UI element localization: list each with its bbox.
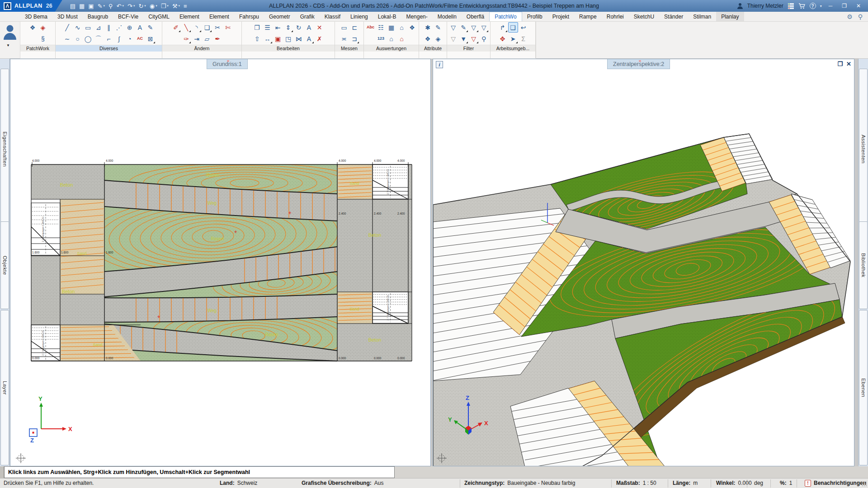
menu-item-oberfl-[interactable]: Oberflä: [462, 12, 489, 21]
palette-tab-objekte[interactable]: Objekte: [0, 221, 9, 309]
ribbon-tool-icon[interactable]: ☰: [263, 22, 273, 33]
ribbon-tool-icon[interactable]: ✥: [498, 33, 508, 44]
ribbon-tool-icon[interactable]: ◈: [433, 33, 443, 44]
ribbon-tool-icon[interactable]: ∫: [114, 33, 124, 44]
notifications-label[interactable]: Benachrichtigungen: [814, 480, 866, 486]
ribbon-tool-icon[interactable]: ▱: [202, 33, 212, 44]
ribbon-tool-icon[interactable]: ↱: [498, 22, 508, 33]
menu-item-element[interactable]: Element: [204, 12, 234, 21]
ribbon-tool-icon[interactable]: ✎: [433, 22, 443, 33]
menu-item-lokal-b[interactable]: Lokal-B: [373, 12, 401, 21]
status-segment[interactable]: Maßstab:1 : 50: [616, 480, 656, 486]
ribbon-tool-icon[interactable]: ○: [73, 33, 83, 44]
viewport-plan[interactable]: 2.7 Steigungen 0.16/0.312.7 Steigungen 0…: [10, 59, 431, 466]
menu-item-projekt[interactable]: Projekt: [547, 12, 574, 21]
menu-item-bcf-vie[interactable]: BCF-Vie: [113, 12, 143, 21]
ribbon-tool-icon[interactable]: ✎: [146, 22, 156, 33]
viewport-perspective[interactable]: ZYX i Zentralperspektive:2 ❐ ✕: [433, 59, 854, 466]
ribbon-tool-icon[interactable]: ⇤: [273, 22, 283, 33]
ribbon-tool-icon[interactable]: ◝: [192, 22, 202, 33]
ribbon-tool-icon[interactable]: ▦: [387, 22, 396, 33]
ribbon-tool-icon[interactable]: ▽: [479, 22, 489, 33]
tools-icon[interactable]: ⚒▾: [171, 2, 181, 10]
ribbon-tool-icon[interactable]: ◔: [125, 33, 135, 44]
ribbon-tool-icon[interactable]: ◳: [283, 33, 293, 44]
viewport-maximize-icon[interactable]: ❐: [837, 61, 843, 67]
menu-item-klassif[interactable]: Klassif: [320, 12, 345, 21]
ribbon-group-label[interactable]: PatchWork: [20, 45, 55, 52]
ribbon-tool-icon[interactable]: ⊐: [349, 33, 359, 44]
ribbon-tool-icon[interactable]: ⊠: [146, 33, 156, 44]
status-segment[interactable]: Länge:m: [673, 480, 698, 486]
ribbon-group-label[interactable]: Filter: [447, 45, 490, 52]
ribbon-group-label[interactable]: Attribute: [419, 45, 447, 52]
ribbon-tool-icon[interactable]: ↔: [263, 33, 273, 44]
ribbon-tool-icon[interactable]: ◈: [38, 22, 48, 33]
ribbon-tool-icon[interactable]: ⚲: [479, 33, 489, 44]
status-segment[interactable]: Winkel:0.000: [716, 480, 752, 486]
viewport-close-icon[interactable]: ✕: [846, 61, 851, 67]
notification-icon[interactable]: !: [805, 480, 811, 487]
menu-item-sketchu[interactable]: SketchU: [629, 12, 659, 21]
ribbon-tool-icon[interactable]: ✎: [459, 22, 469, 33]
dialog-line-prompt[interactable]: Klick links zum Auswählen, Strg+Klick zu…: [4, 466, 395, 478]
ribbon-tool-icon[interactable]: ▽: [469, 22, 479, 33]
palette-tab-layer[interactable]: Layer: [0, 310, 9, 465]
menu-search-icon[interactable]: ⚲: [858, 13, 863, 20]
plan-drawing-2d[interactable]: 2.7 Steigungen 0.16/0.312.7 Steigungen 0…: [10, 59, 430, 466]
ribbon-tool-icon[interactable]: ▣: [273, 33, 283, 44]
menu-item-rohrlei[interactable]: Rohrlei: [602, 12, 629, 21]
menu-item-patchwo[interactable]: PatchWo: [489, 12, 522, 21]
window-icon[interactable]: ❐▾: [160, 2, 170, 10]
menu-item-mengen-[interactable]: Mengen-: [401, 12, 432, 21]
ribbon-tool-icon[interactable]: ✕: [315, 22, 325, 33]
dialog-line-gutter[interactable]: [0, 466, 4, 478]
menu-item-fahrspu[interactable]: Fahrspu: [234, 12, 264, 21]
status-segment[interactable]: deg: [754, 480, 763, 486]
ribbon-group-label[interactable]: Auswertungen: [364, 45, 419, 52]
ribbon-tool-icon[interactable]: ❖: [28, 22, 38, 33]
ribbon-tool-icon[interactable]: ☷: [376, 22, 386, 33]
ribbon-tool-icon[interactable]: §: [38, 33, 48, 44]
ribbon-tool-icon[interactable]: A: [304, 33, 314, 44]
ribbon-tool-icon[interactable]: ▽: [448, 22, 458, 33]
ribbon-tool-icon[interactable]: ✗: [315, 33, 325, 44]
ribbon-tool-icon[interactable]: ❖: [407, 22, 417, 33]
allplan-badge[interactable]: Λ ALLPLAN 26: [0, 0, 62, 12]
menu-item-st-nder[interactable]: Ständer: [659, 12, 688, 21]
ribbon-tool-icon[interactable]: ▼: [459, 33, 469, 44]
redo-icon[interactable]: ↷▾: [126, 2, 136, 10]
ribbon-tool-icon[interactable]: A: [304, 22, 314, 33]
ribbon-tool-icon[interactable]: ╱: [62, 22, 72, 33]
status-segment[interactable]: %:1: [780, 480, 792, 486]
status-segment[interactable]: Zeichnungstyp:Baueingabe - Neubau farbig: [464, 480, 575, 486]
ribbon-group-label[interactable]: Ändern: [162, 45, 241, 52]
open-drawing-icon[interactable]: ▦: [78, 2, 86, 10]
palette-tab-ebenen[interactable]: Ebenen: [859, 310, 868, 465]
ribbon-tool-icon[interactable]: ❐: [252, 22, 262, 33]
viewport-plan-tab[interactable]: Grundriss:1: [207, 59, 248, 69]
ribbon-tool-icon[interactable]: ⋰: [114, 22, 124, 33]
ribbon-tool-icon[interactable]: ✑: [181, 33, 191, 44]
help-icon[interactable]: ?: [810, 3, 816, 9]
viewport-perspective-tab[interactable]: Zentralperspektive:2: [607, 59, 670, 69]
minimize-button[interactable]: ─: [826, 3, 835, 9]
ribbon-tool-icon[interactable]: ⌂: [397, 22, 407, 33]
ribbon-tool-icon[interactable]: A: [135, 22, 145, 33]
ribbon-tool-icon[interactable]: ⌐: [104, 33, 114, 44]
palette-tab-eigenschaften[interactable]: Eigenschaften: [0, 69, 9, 230]
ribbon-tool-icon[interactable]: ⊕: [125, 22, 135, 33]
ribbon-tool-icon[interactable]: ⌂: [387, 33, 396, 44]
menu-item-stilman[interactable]: Stilman: [688, 12, 716, 21]
ribbon-tool-icon[interactable]: ↩: [519, 22, 528, 33]
ribbon-tool-icon[interactable]: 123: [376, 33, 386, 44]
ribbon-tool-icon[interactable]: ✄: [223, 22, 233, 33]
ribbon-tool-icon[interactable]: ❏: [202, 22, 212, 33]
ribbon-tool-icon[interactable]: ⊏: [349, 22, 359, 33]
menu-item-citygml[interactable]: CityGML: [143, 12, 175, 21]
ribbon-tool-icon[interactable]: ✂: [212, 22, 222, 33]
ribbon-tool-icon[interactable]: ↻: [294, 22, 304, 33]
menu-item-grafik[interactable]: Grafik: [295, 12, 320, 21]
ribbon-tool-icon[interactable]: ❖: [423, 33, 433, 44]
ribbon-tool-icon[interactable]: ✱: [423, 22, 433, 33]
